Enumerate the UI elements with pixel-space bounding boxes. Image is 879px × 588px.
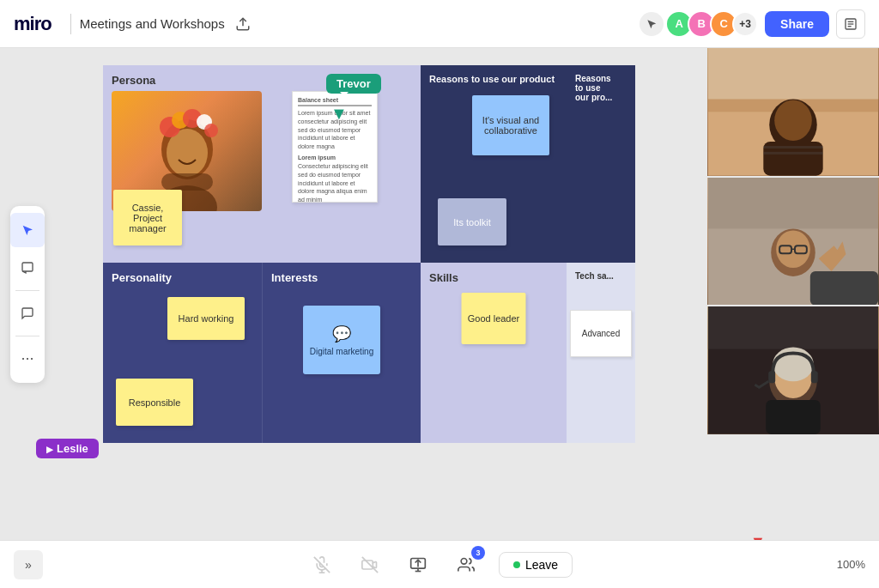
topbar-right: A B C +3 Share xyxy=(640,9,865,39)
share-button[interactable]: Share xyxy=(765,11,829,37)
left-toolbar: ··· xyxy=(10,206,45,383)
bottom-bar: » xyxy=(0,540,879,588)
digital-marketing-note: 💬 Digital marketing xyxy=(303,306,380,374)
svg-rect-38 xyxy=(766,400,820,434)
svg-rect-5 xyxy=(22,263,33,271)
canvas[interactable]: Trevor ▼ ··· Persona xyxy=(0,48,879,540)
skills-label: Skills xyxy=(429,271,558,284)
upload-button[interactable] xyxy=(235,16,251,32)
responsible-sticky: Responsible xyxy=(116,379,193,426)
reasons-label: Reasons to use our product xyxy=(429,74,558,84)
svg-rect-17 xyxy=(708,48,878,99)
leslie-cursor-label: Leslie xyxy=(36,439,99,458)
top-bar: miro Meetings and Workshops A B C +3 Sha… xyxy=(0,0,879,48)
board-content: Persona xyxy=(103,65,635,540)
interests-section: Interests 💬 Digital marketing xyxy=(262,263,421,443)
svg-rect-37 xyxy=(811,372,818,384)
advanced-sticky: Advanced xyxy=(570,310,632,357)
toolbar-separator xyxy=(15,290,39,291)
cassie-sticky: Cassie, Project manager xyxy=(113,190,182,246)
reasons-section: Reasons to use our product It's visual a… xyxy=(421,65,567,263)
miro-logo: miro xyxy=(14,13,52,35)
divider xyxy=(70,14,71,34)
tech-section: Tech sa... Advanced xyxy=(567,263,635,443)
svg-point-48 xyxy=(461,558,467,564)
video-tile-2 xyxy=(707,178,879,306)
doc-icon-button[interactable] xyxy=(836,9,865,39)
collapse-button[interactable]: » xyxy=(14,550,43,579)
video-panel xyxy=(707,48,879,434)
video-button[interactable] xyxy=(355,549,385,580)
bottom-center-controls: 3 Leave xyxy=(306,549,573,580)
sticky-tool-button[interactable] xyxy=(10,251,45,285)
comment-tool-button[interactable] xyxy=(10,296,45,330)
top-row: Persona xyxy=(103,65,635,263)
skills-section: Skills Good leader xyxy=(421,263,567,443)
svg-line-42 xyxy=(362,556,378,572)
bottom-row: Personality Hard working Responsible Int… xyxy=(103,263,635,443)
svg-rect-32 xyxy=(708,306,878,349)
toolbar-separator-2 xyxy=(15,336,39,336)
svg-point-12 xyxy=(204,124,218,137)
toolkit-sticky: Its toolkit xyxy=(438,198,506,246)
participant-count-badge: 3 xyxy=(471,546,485,560)
leave-label: Leave xyxy=(525,558,558,572)
hardworking-sticky: Hard working xyxy=(167,297,245,340)
svg-rect-22 xyxy=(763,152,822,155)
svg-rect-36 xyxy=(768,372,775,384)
zoom-level: 100% xyxy=(837,558,865,571)
tech-label: Tech sa... xyxy=(575,271,627,281)
personality-label: Personality xyxy=(112,271,253,284)
svg-rect-30 xyxy=(810,271,878,306)
svg-rect-14 xyxy=(161,173,213,191)
participants-button[interactable]: 3 xyxy=(451,549,482,580)
video-tile-3 xyxy=(707,306,879,434)
more-tools-button[interactable]: ··· xyxy=(10,342,45,376)
svg-rect-24 xyxy=(708,178,878,228)
collapse-area: » xyxy=(14,550,43,579)
svg-point-19 xyxy=(774,100,812,141)
svg-rect-21 xyxy=(763,146,822,149)
cursor-presence-icon xyxy=(640,12,664,36)
mute-button[interactable] xyxy=(306,549,337,580)
jules-cursor-area: ▼ Jules xyxy=(738,533,766,540)
avatar-group: A B C +3 xyxy=(670,10,758,38)
persona-section: Persona xyxy=(103,65,421,263)
visual-sticky: It's visual and collaborative xyxy=(472,95,549,155)
reasons2-label: Reasonsto useour pro... xyxy=(575,74,627,102)
message-icon: 💬 xyxy=(332,324,351,343)
extra-avatars-count: +3 xyxy=(732,11,758,37)
personality-section: Personality Hard working Responsible xyxy=(103,263,262,443)
video-tile-1 xyxy=(707,48,879,176)
leave-indicator xyxy=(513,561,520,568)
board-title: Meetings and Workshops xyxy=(80,16,225,31)
good-leader-sticky: Good leader xyxy=(462,293,526,344)
trevor-cursor-arrow: ▼ xyxy=(330,104,348,124)
cursor-tool-button[interactable] xyxy=(10,213,45,247)
reasons-section-2: Reasonsto useour pro... xyxy=(567,65,635,263)
trevor-cursor-label: Trevor xyxy=(326,74,381,94)
leave-button[interactable]: Leave xyxy=(499,552,573,578)
share-screen-button[interactable] xyxy=(403,549,433,580)
interests-label: Interests xyxy=(271,271,412,284)
